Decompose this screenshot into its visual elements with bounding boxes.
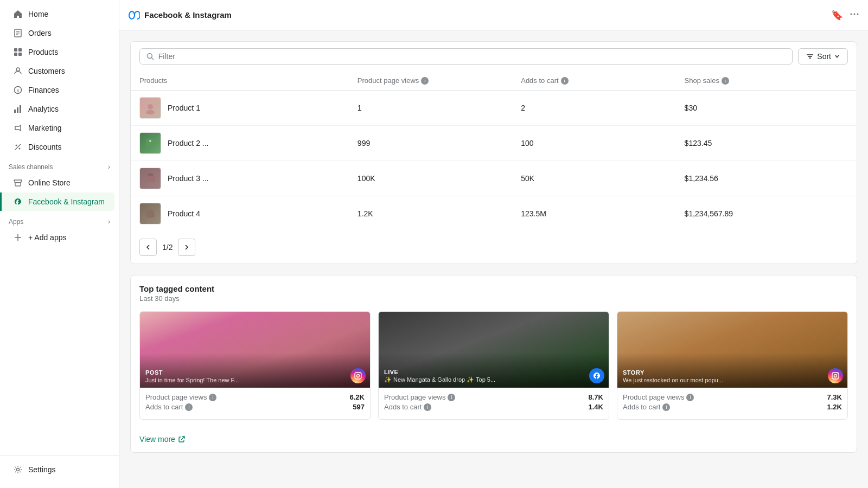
card-adds-to-cart-label-1: Adds to cart — [145, 403, 183, 411]
sidebar-item-products[interactable]: Products — [4, 43, 114, 61]
card-info-icon-views-1[interactable]: i — [209, 394, 216, 401]
search-icon — [146, 53, 154, 60]
svg-rect-39 — [832, 373, 839, 379]
chevron-right-icon — [184, 245, 189, 250]
sidebar-item-discounts-label: Discounts — [28, 143, 61, 151]
card-adds-to-cart-label-2: Adds to cart — [384, 403, 422, 411]
shop-sales-1: $30 — [685, 104, 848, 112]
view-more-label: View more — [139, 435, 175, 444]
instagram-icon-3 — [828, 368, 843, 383]
table-row[interactable]: Product 3 ... 100K 50K $1,234.56 — [131, 161, 857, 196]
prev-page-button[interactable] — [139, 239, 157, 256]
sidebar-item-facebook-instagram[interactable]: Facebook & Instagram — [0, 192, 114, 211]
table-row[interactable]: Product 4 1.2K 123.5M $1,234,567.89 — [131, 196, 857, 231]
card-page-views-value-2: 8.7K — [589, 393, 603, 401]
sidebar-item-finances[interactable]: $ Finances — [4, 81, 114, 99]
adds-to-cart-info-icon[interactable]: i — [561, 77, 569, 85]
sidebar-footer: Settings — [0, 455, 119, 488]
shop-sales-info-icon[interactable]: i — [722, 77, 729, 85]
svg-rect-36 — [355, 373, 361, 379]
bookmark-icon[interactable]: 🔖 — [831, 9, 843, 21]
table-row[interactable]: Product 2 ... 999 100 $123.45 — [131, 126, 857, 161]
card-stats-1: Product page views i 6.2K Adds to cart i… — [140, 388, 370, 419]
sidebar-item-online-store[interactable]: Online Store — [4, 174, 114, 192]
sidebar-item-add-apps[interactable]: + Add apps — [4, 228, 114, 247]
more-icon[interactable] — [850, 9, 859, 21]
customers-icon — [13, 66, 23, 76]
finances-icon: $ — [13, 85, 23, 95]
external-link-icon — [178, 436, 185, 442]
sort-icon — [806, 53, 814, 60]
content-card-3[interactable]: STORY We just restocked on our most popu… — [617, 311, 848, 420]
topbar: Facebook & Instagram 🔖 — [119, 0, 868, 30]
sidebar-item-marketing[interactable]: Marketing — [4, 119, 114, 137]
card-info-icon-cart-3[interactable]: i — [662, 403, 670, 411]
card-adds-to-cart-value-3: 1.2K — [827, 403, 842, 411]
adds-to-cart-3: 50K — [521, 174, 684, 183]
product-name-2: Product 2 ... — [168, 139, 208, 147]
card-overlay-1: POST Just in time for Spring! The new F.… — [140, 353, 370, 388]
card-info-icon-cart-2[interactable]: i — [424, 403, 431, 411]
product-thumb-3 — [139, 168, 161, 189]
adds-to-cart-4: 123.5M — [521, 209, 684, 218]
page-views-info-icon[interactable]: i — [421, 77, 429, 85]
main-content: Facebook & Instagram 🔖 Sort — [119, 0, 868, 488]
card-stats-3: Product page views i 7.3K Adds to cart i… — [617, 388, 847, 419]
orders-icon — [13, 28, 23, 38]
expand-icon: › — [108, 163, 110, 171]
content-card-image-1: POST Just in time for Spring! The new F.… — [140, 312, 370, 388]
sort-button[interactable]: Sort — [798, 48, 848, 65]
sidebar-nav: Home Orders Products Customers $ Finance… — [0, 0, 119, 455]
svg-point-20 — [17, 468, 20, 471]
sidebar-item-orders-label: Orders — [28, 29, 52, 37]
content-card-2[interactable]: LIVE ✨ New Mangata & Gallo drop ✨ Top 5.… — [378, 311, 609, 420]
card-page-views-label-3: Product page views — [623, 393, 684, 401]
filter-input[interactable] — [158, 52, 786, 61]
sidebar-item-analytics[interactable]: Analytics — [4, 100, 114, 118]
table-row[interactable]: Product 1 1 2 $30 — [131, 91, 857, 126]
card-info-icon-views-3[interactable]: i — [686, 394, 694, 401]
svg-point-22 — [851, 13, 852, 15]
add-apps-label: + Add apps — [28, 233, 66, 242]
filter-input-wrapper — [139, 48, 793, 65]
card-info-icon-views-2[interactable]: i — [448, 394, 455, 401]
sidebar-item-settings[interactable]: Settings — [4, 460, 114, 479]
svg-point-31 — [146, 110, 155, 114]
content-card-image-2: LIVE ✨ New Mangata & Gallo drop ✨ Top 5.… — [379, 312, 609, 388]
sidebar-item-orders[interactable]: Orders — [4, 24, 114, 42]
sidebar-item-discounts[interactable]: Discounts — [4, 138, 114, 156]
content-type-badge-2: LIVE — [384, 369, 603, 375]
product-thumb-4 — [139, 203, 161, 224]
topbar-title: Facebook & Instagram — [144, 10, 232, 20]
svg-text:$: $ — [17, 88, 20, 93]
sidebar-item-customers-label: Customers — [28, 67, 65, 75]
card-info-icon-cart-1[interactable]: i — [185, 403, 193, 411]
topbar-logo: Facebook & Instagram — [128, 9, 232, 21]
card-stat-row-cart-2: Adds to cart i 1.4K — [384, 403, 603, 411]
facebook-icon-2 — [589, 368, 604, 383]
card-caption-3: We just restocked on our most popu... — [623, 377, 842, 383]
sidebar-item-home[interactable]: Home — [4, 5, 114, 23]
page-views-3: 100K — [358, 174, 521, 183]
card-overlay-3: STORY We just restocked on our most popu… — [617, 353, 847, 388]
apps-label: Apps — [9, 218, 23, 226]
section-header: Top tagged content Last 30 days — [131, 275, 857, 307]
content-card-1[interactable]: POST Just in time for Spring! The new F.… — [139, 311, 371, 420]
product-cell-2: Product 2 ... — [139, 132, 358, 154]
svg-point-15 — [19, 148, 21, 150]
settings-icon — [13, 465, 23, 474]
next-page-button[interactable] — [178, 239, 195, 256]
content-type-badge-3: STORY — [623, 369, 842, 376]
marketing-icon — [13, 123, 23, 133]
sidebar-item-analytics-label: Analytics — [28, 105, 59, 113]
sidebar-item-customers[interactable]: Customers — [4, 62, 114, 80]
card-stat-row-cart-1: Adds to cart i 597 — [145, 403, 365, 411]
content-type-badge-1: POST — [145, 369, 365, 376]
topbar-actions: 🔖 — [831, 9, 859, 21]
filter-bar: Sort — [131, 42, 857, 71]
view-more-link[interactable]: View more — [139, 435, 848, 444]
shop-sales-2: $123.45 — [685, 139, 848, 147]
card-stat-row-views-1: Product page views i 6.2K — [145, 393, 365, 401]
content-card-image-3: STORY We just restocked on our most popu… — [617, 312, 847, 388]
card-overlay-2: LIVE ✨ New Mangata & Gallo drop ✨ Top 5.… — [379, 352, 609, 388]
